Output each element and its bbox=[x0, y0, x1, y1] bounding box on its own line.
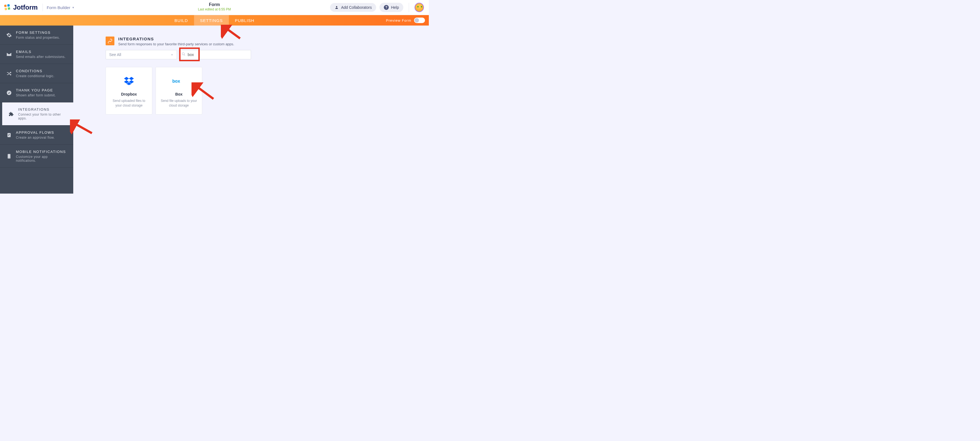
svg-point-9 bbox=[182, 53, 185, 55]
integration-card-dropbox[interactable]: Dropbox Send uploaded files to your clou… bbox=[106, 67, 152, 115]
form-builder-label: Form Builder bbox=[47, 5, 70, 10]
sidebar-sub: Connect your form to other apps. bbox=[18, 113, 68, 120]
user-icon bbox=[334, 5, 339, 10]
svg-rect-2 bbox=[5, 8, 7, 10]
sidebar-item-thank-you[interactable]: THANK YOU PAGEShown after form submit. bbox=[0, 83, 73, 102]
tab-build-label: BUILD bbox=[175, 18, 188, 23]
divider bbox=[43, 3, 43, 11]
chevron-down-icon: ▼ bbox=[171, 53, 173, 56]
shuffle-icon bbox=[6, 70, 12, 77]
sidebar-item-conditions[interactable]: CONDITIONSCreate conditional logic. bbox=[0, 64, 73, 83]
puzzle-icon bbox=[8, 111, 14, 117]
integration-search[interactable] bbox=[178, 50, 251, 59]
user-avatar[interactable] bbox=[415, 3, 424, 12]
help-label: Help bbox=[391, 5, 399, 10]
logo-icon bbox=[4, 4, 11, 11]
page-subtitle: Send form responses to your favorite thi… bbox=[118, 42, 234, 46]
mobile-icon bbox=[6, 153, 12, 159]
sidebar-item-integrations[interactable]: INTEGRATIONSConnect your form to other a… bbox=[2, 102, 73, 126]
category-filter-select[interactable]: See All ▼ bbox=[106, 50, 177, 59]
svg-rect-0 bbox=[4, 5, 7, 7]
sidebar-item-approval-flows[interactable]: APPROVAL FLOWSCreate an approval flow. bbox=[0, 126, 73, 145]
svg-point-8 bbox=[9, 158, 10, 158]
integration-name: Box bbox=[175, 92, 183, 96]
link-icon bbox=[106, 37, 115, 45]
svg-rect-1 bbox=[7, 4, 10, 7]
check-circle-icon bbox=[6, 90, 12, 96]
sidebar-title: FORM SETTINGS bbox=[16, 30, 60, 35]
tab-settings[interactable]: SETTINGS bbox=[194, 15, 229, 26]
tab-publish[interactable]: PUBLISH bbox=[229, 15, 260, 26]
top-header: Jotform Form Builder ▾ Form Last edited … bbox=[0, 0, 429, 15]
tab-publish-label: PUBLISH bbox=[235, 18, 255, 23]
sidebar-title: EMAILS bbox=[16, 50, 65, 54]
box-icon: box bbox=[172, 75, 186, 87]
form-title-block: Form Last edited at 6:55 PM bbox=[198, 2, 231, 11]
svg-point-5 bbox=[7, 90, 11, 95]
preview-form-toggle[interactable]: Preview Form bbox=[386, 15, 425, 26]
sidebar-title: APPROVAL FLOWS bbox=[16, 130, 55, 134]
sidebar-item-emails[interactable]: EMAILSSend emails after submissions. bbox=[0, 45, 73, 64]
toggle-switch[interactable] bbox=[414, 18, 425, 23]
dropbox-icon bbox=[124, 75, 134, 87]
sidebar-sub: Shown after form submit. bbox=[16, 93, 56, 97]
logo-text: Jotform bbox=[13, 3, 38, 11]
main-content: INTEGRATIONS Send form responses to your… bbox=[73, 26, 429, 193]
help-button[interactable]: ? Help bbox=[379, 3, 403, 12]
sidebar-sub: Create conditional logic. bbox=[16, 74, 55, 78]
sidebar-sub: Customize your app notifications. bbox=[16, 155, 68, 163]
mail-icon bbox=[6, 51, 12, 58]
sidebar-sub: Send emails after submissions. bbox=[16, 55, 65, 59]
integration-desc: Send file uploads to your cloud storage bbox=[160, 99, 198, 108]
gear-icon bbox=[6, 32, 12, 38]
page-title: INTEGRATIONS bbox=[118, 37, 234, 41]
sidebar-title: MOBILE NOTIFICATIONS bbox=[16, 150, 68, 154]
integration-name: Dropbox bbox=[121, 92, 137, 96]
form-builder-dropdown[interactable]: Form Builder ▾ bbox=[47, 5, 74, 10]
sidebar-title: INTEGRATIONS bbox=[18, 107, 68, 112]
svg-text:box: box bbox=[172, 79, 180, 83]
add-collaborators-button[interactable]: Add Collaborators bbox=[330, 3, 376, 12]
svg-line-10 bbox=[184, 54, 185, 56]
sidebar-item-form-settings[interactable]: FORM SETTINGSForm status and properties. bbox=[0, 26, 73, 45]
tab-build[interactable]: BUILD bbox=[169, 15, 194, 26]
help-icon: ? bbox=[384, 5, 389, 10]
category-filter-selected: See All bbox=[109, 53, 121, 57]
tab-settings-label: SETTINGS bbox=[200, 18, 223, 23]
sidebar-sub: Create an approval flow. bbox=[16, 136, 55, 139]
settings-sidebar: FORM SETTINGSForm status and properties.… bbox=[0, 26, 73, 193]
integration-search-input[interactable] bbox=[188, 53, 248, 57]
svg-point-4 bbox=[336, 6, 337, 7]
sidebar-title: THANK YOU PAGE bbox=[16, 88, 56, 92]
main-tabs: BUILD SETTINGS PUBLISH Preview Form bbox=[0, 15, 429, 26]
page-header: INTEGRATIONS Send form responses to your… bbox=[106, 37, 251, 46]
form-last-edited: Last edited at 6:55 PM bbox=[198, 7, 231, 11]
preview-form-label: Preview Form bbox=[386, 18, 411, 22]
svg-rect-3 bbox=[8, 7, 10, 10]
add-collaborators-label: Add Collaborators bbox=[341, 5, 372, 10]
sidebar-title: CONDITIONS bbox=[16, 69, 55, 73]
chevron-down-icon: ▾ bbox=[72, 6, 74, 10]
form-title[interactable]: Form bbox=[198, 2, 231, 7]
integration-desc: Send uploaded files to your cloud storag… bbox=[110, 99, 148, 108]
clipboard-check-icon bbox=[6, 132, 12, 138]
sidebar-sub: Form status and properties. bbox=[16, 36, 60, 40]
integration-card-box[interactable]: box Box Send file uploads to your cloud … bbox=[156, 67, 202, 115]
search-icon bbox=[181, 52, 186, 57]
sidebar-item-mobile-notifications[interactable]: MOBILE NOTIFICATIONSCustomize your app n… bbox=[0, 145, 73, 168]
logo[interactable]: Jotform bbox=[4, 3, 38, 11]
